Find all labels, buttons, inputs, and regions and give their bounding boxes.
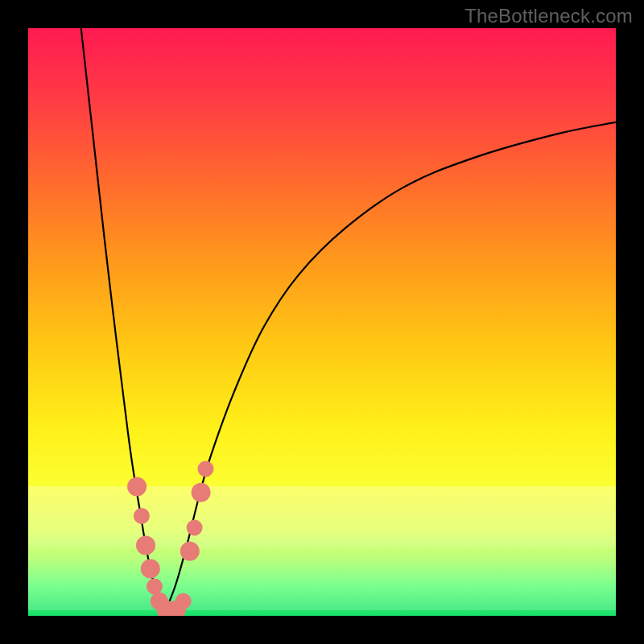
data-marker [141, 559, 160, 579]
data-marker [187, 520, 203, 536]
data-marker [127, 477, 147, 496]
plot-area [28, 28, 616, 616]
watermark-text: TheBottleneck.com [464, 5, 633, 27]
data-markers [127, 461, 213, 617]
chart-frame: TheBottleneck.com [0, 0, 644, 644]
data-marker [134, 508, 150, 524]
data-marker [136, 535, 155, 555]
data-marker [175, 593, 192, 609]
bottleneck-curve [81, 28, 616, 616]
curve-layer [28, 28, 616, 616]
data-marker [180, 542, 200, 561]
data-marker [147, 579, 163, 595]
data-marker [198, 461, 214, 477]
data-marker [192, 483, 211, 502]
